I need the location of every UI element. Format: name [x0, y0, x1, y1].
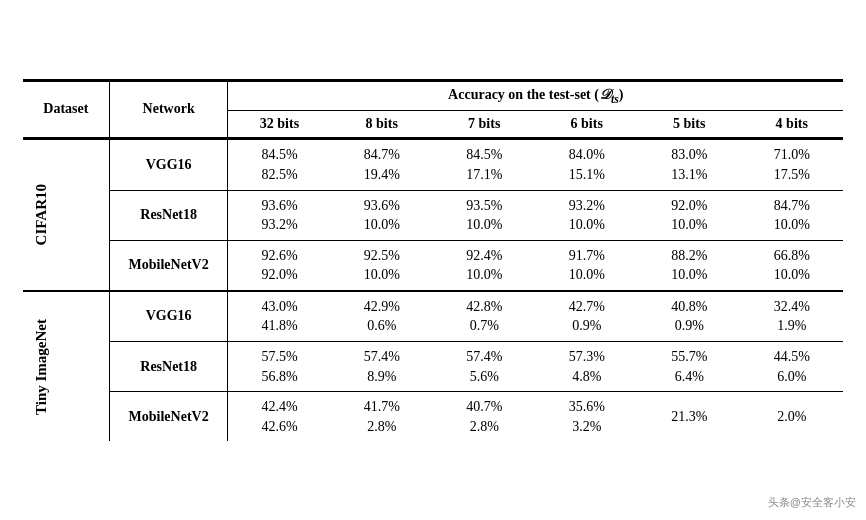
- data-cell: 57.4%8.9%: [330, 342, 433, 392]
- data-cell: 57.5%56.8%: [228, 342, 331, 392]
- network-label: MobileNetV2: [109, 240, 228, 291]
- accuracy-header: Accuracy on the test-set (𝒟ts): [228, 80, 843, 111]
- data-cell: 42.8%0.7%: [433, 291, 536, 342]
- bits-7: 7 bits: [433, 111, 536, 139]
- network-label: VGG16: [109, 139, 228, 190]
- data-cell: 92.5%10.0%: [330, 240, 433, 291]
- data-cell: 93.5%10.0%: [433, 190, 536, 240]
- bits-8: 8 bits: [330, 111, 433, 139]
- dataset-label: Tiny ImageNet: [33, 319, 50, 415]
- data-cell: 92.0%10.0%: [638, 190, 741, 240]
- data-cell: 42.4%42.6%: [228, 392, 331, 442]
- data-cell: 44.5%6.0%: [740, 342, 843, 392]
- data-cell: 35.6%3.2%: [535, 392, 638, 442]
- data-cell: 57.3%4.8%: [535, 342, 638, 392]
- data-cell: 93.6%93.2%: [228, 190, 331, 240]
- bits-4: 4 bits: [740, 111, 843, 139]
- table-row: ResNet1893.6%93.2%93.6%10.0%93.5%10.0%93…: [23, 190, 843, 240]
- dataset-label: CIFAR10: [33, 184, 50, 245]
- network-label: ResNet18: [109, 190, 228, 240]
- data-cell: 42.7%0.9%: [535, 291, 638, 342]
- bits-5: 5 bits: [638, 111, 741, 139]
- data-cell: 83.0%13.1%: [638, 139, 741, 190]
- data-cell: 43.0%41.8%: [228, 291, 331, 342]
- bits-6: 6 bits: [535, 111, 638, 139]
- data-cell: 84.0%15.1%: [535, 139, 638, 190]
- data-cell: 42.9%0.6%: [330, 291, 433, 342]
- data-cell: 84.5%82.5%: [228, 139, 331, 190]
- table-row: MobileNetV292.6%92.0%92.5%10.0%92.4%10.0…: [23, 240, 843, 291]
- data-cell: 93.6%10.0%: [330, 190, 433, 240]
- table-container: Dataset Network Accuracy on the test-set…: [23, 79, 843, 442]
- data-cell: 21.3%: [638, 392, 741, 442]
- data-cell: 91.7%10.0%: [535, 240, 638, 291]
- table-row: ResNet1857.5%56.8%57.4%8.9%57.4%5.6%57.3…: [23, 342, 843, 392]
- data-cell: 84.5%17.1%: [433, 139, 536, 190]
- dataset-header: Dataset: [23, 80, 109, 139]
- data-cell: 84.7%19.4%: [330, 139, 433, 190]
- data-cell: 32.4%1.9%: [740, 291, 843, 342]
- data-cell: 84.7%10.0%: [740, 190, 843, 240]
- bits-32: 32 bits: [228, 111, 331, 139]
- data-cell: 40.8%0.9%: [638, 291, 741, 342]
- data-cell: 55.7%6.4%: [638, 342, 741, 392]
- data-cell: 93.2%10.0%: [535, 190, 638, 240]
- data-cell: 66.8%10.0%: [740, 240, 843, 291]
- data-cell: 92.6%92.0%: [228, 240, 331, 291]
- accuracy-table: Dataset Network Accuracy on the test-set…: [23, 79, 843, 442]
- data-cell: 41.7%2.8%: [330, 392, 433, 442]
- data-cell: 2.0%: [740, 392, 843, 442]
- data-cell: 57.4%5.6%: [433, 342, 536, 392]
- network-header: Network: [109, 80, 228, 139]
- table-row: Tiny ImageNetVGG1643.0%41.8%42.9%0.6%42.…: [23, 291, 843, 342]
- data-cell: 40.7%2.8%: [433, 392, 536, 442]
- network-label: MobileNetV2: [109, 392, 228, 442]
- header-row-1: Dataset Network Accuracy on the test-set…: [23, 80, 843, 111]
- table-row: CIFAR10VGG1684.5%82.5%84.7%19.4%84.5%17.…: [23, 139, 843, 190]
- data-cell: 88.2%10.0%: [638, 240, 741, 291]
- data-cell: 71.0%17.5%: [740, 139, 843, 190]
- network-label: VGG16: [109, 291, 228, 342]
- data-cell: 92.4%10.0%: [433, 240, 536, 291]
- watermark: 头条@安全客小安: [768, 495, 856, 510]
- network-label: ResNet18: [109, 342, 228, 392]
- table-row: MobileNetV242.4%42.6%41.7%2.8%40.7%2.8%3…: [23, 392, 843, 442]
